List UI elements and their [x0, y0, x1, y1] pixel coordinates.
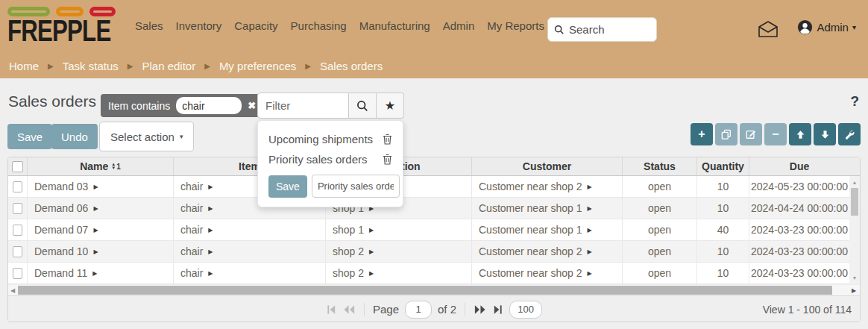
trash-icon[interactable] [383, 154, 392, 165]
column-header-status[interactable]: Status [623, 157, 697, 175]
vertical-scroll-thumb[interactable] [851, 188, 858, 216]
nav-inventory[interactable]: Inventory [176, 19, 222, 32]
column-header-customer[interactable]: Customer [472, 157, 623, 175]
drilldown-caret-icon[interactable]: ▶ [588, 270, 592, 277]
scroll-up-icon[interactable]: ▲ [849, 180, 860, 185]
last-page-button[interactable] [492, 304, 503, 315]
demand-name-link[interactable]: Demand 11 [34, 267, 87, 279]
scroll-left-icon[interactable]: ◀ [8, 285, 17, 296]
drilldown-caret-icon[interactable]: ▶ [588, 248, 592, 255]
add-row-button[interactable]: + [691, 123, 713, 145]
scroll-down-icon[interactable]: ▼ [849, 275, 860, 281]
breadcrumb-plan-editor[interactable]: Plan editor [142, 60, 195, 72]
vertical-scrollbar[interactable]: ▲ ▼ [849, 176, 860, 284]
location-link[interactable]: shop 2 [333, 267, 364, 279]
drilldown-caret-icon[interactable]: ▶ [93, 184, 98, 190]
frepple-logo[interactable]: FREPPLE [7, 6, 139, 46]
customer-link[interactable]: Customer near shop 1 [479, 202, 582, 214]
demand-name-link[interactable]: Demand 03 [34, 181, 88, 192]
drilldown-caret-icon[interactable]: ▶ [369, 227, 374, 234]
row-checkbox[interactable] [13, 246, 22, 257]
column-header-due[interactable]: Due [749, 157, 849, 175]
settings-wrench-button[interactable] [838, 123, 861, 145]
demand-name-link[interactable]: Demand 07 [34, 224, 88, 236]
column-header-name[interactable]: Name ▲▼ 1 [28, 157, 174, 175]
save-filter-button[interactable]: Save [268, 175, 307, 198]
move-up-button[interactable] [789, 123, 811, 145]
row-checkbox[interactable] [13, 268, 22, 279]
remove-filter-icon[interactable]: ✖ [248, 100, 256, 111]
customer-link[interactable]: Customer near shop 2 [479, 245, 582, 257]
breadcrumb-my-preferences[interactable]: My preferences [219, 60, 296, 72]
drilldown-caret-icon[interactable]: ▶ [369, 270, 374, 277]
filter-name-input[interactable] [312, 175, 400, 198]
customer-link[interactable]: Customer near shop 2 [479, 181, 582, 192]
breadcrumb-task-status[interactable]: Task status [63, 60, 119, 72]
nav-sales[interactable]: Sales [135, 19, 163, 32]
save-button[interactable]: Save [7, 124, 52, 149]
trash-icon[interactable] [383, 134, 392, 145]
horizontal-scrollbar[interactable]: ◀ ▶ [8, 284, 860, 295]
drilldown-caret-icon[interactable]: ▶ [208, 248, 213, 255]
drilldown-caret-icon[interactable]: ▶ [369, 248, 374, 255]
row-checkbox[interactable] [13, 203, 22, 214]
undo-button[interactable]: Undo [51, 124, 98, 149]
breadcrumb-separator-icon: ▶ [48, 62, 54, 70]
drilldown-caret-icon[interactable]: ▶ [588, 184, 592, 190]
drilldown-caret-icon[interactable]: ▶ [588, 205, 592, 212]
demand-name-link[interactable]: Demand 10 [34, 245, 88, 257]
customer-link[interactable]: Customer near shop 1 [479, 224, 582, 236]
previous-page-button[interactable] [343, 304, 356, 315]
drilldown-caret-icon[interactable]: ▶ [208, 270, 213, 277]
breadcrumb-home[interactable]: Home [9, 60, 39, 72]
location-link[interactable]: shop 1 [333, 224, 364, 236]
drilldown-caret-icon[interactable]: ▶ [208, 184, 213, 190]
filter-search-button[interactable] [349, 93, 377, 119]
item-link[interactable]: chair [180, 224, 203, 236]
nav-manufacturing[interactable]: Manufacturing [359, 19, 430, 32]
nav-admin[interactable]: Admin [443, 19, 475, 32]
first-page-button[interactable] [326, 304, 337, 315]
demand-name-link[interactable]: Demand 06 [34, 202, 88, 214]
item-link[interactable]: chair [180, 181, 203, 192]
item-link[interactable]: chair [180, 245, 203, 257]
user-menu[interactable]: Admin ▾ [797, 19, 856, 35]
drilldown-caret-icon[interactable]: ▶ [208, 227, 213, 234]
breadcrumb-sales-orders[interactable]: Sales orders [320, 60, 383, 72]
drilldown-caret-icon[interactable]: ▶ [208, 205, 213, 212]
nav-my-reports[interactable]: My Reports [487, 19, 544, 32]
item-link[interactable]: chair [180, 202, 203, 214]
horizontal-scroll-thumb[interactable] [18, 286, 832, 295]
location-link[interactable]: shop 2 [333, 245, 364, 257]
item-link[interactable]: chair [180, 267, 203, 279]
page-size-input[interactable] [509, 301, 542, 319]
delete-rows-button[interactable]: − [764, 123, 787, 145]
next-page-button[interactable] [474, 304, 486, 315]
drilldown-caret-icon[interactable]: ▶ [93, 227, 98, 234]
copy-rows-button[interactable] [715, 123, 738, 145]
filter-input[interactable] [257, 93, 349, 119]
nav-purchasing[interactable]: Purchasing [291, 19, 347, 32]
drilldown-caret-icon[interactable]: ▶ [588, 227, 592, 234]
favorite-filter-button[interactable]: ★ [377, 93, 404, 119]
drilldown-caret-icon[interactable]: ▶ [93, 248, 98, 255]
saved-filter-priority-sales-orders[interactable]: Priority sales orders [268, 153, 368, 166]
scroll-right-icon[interactable]: ▶ [849, 285, 858, 296]
messages-icon[interactable] [758, 20, 779, 38]
edit-rows-button[interactable] [740, 123, 762, 145]
nav-capacity[interactable]: Capacity [234, 19, 277, 32]
page-number-input[interactable] [405, 301, 432, 319]
drilldown-caret-icon[interactable]: ▶ [92, 270, 97, 277]
move-down-button[interactable] [814, 123, 836, 145]
item-filter-input[interactable] [176, 97, 242, 114]
row-checkbox[interactable] [13, 181, 22, 192]
drilldown-caret-icon[interactable]: ▶ [93, 205, 98, 212]
select-all-checkbox[interactable] [12, 161, 23, 172]
saved-filter-upcoming-shipments[interactable]: Upcoming shipments [268, 133, 373, 145]
help-icon[interactable]: ? [850, 93, 859, 110]
row-checkbox[interactable] [13, 225, 22, 236]
column-header-quantity[interactable]: Quantity [697, 157, 749, 175]
search-input[interactable] [569, 23, 650, 36]
customer-link[interactable]: Customer near shop 2 [479, 267, 582, 279]
select-action-dropdown[interactable]: Select action ▾ [99, 122, 194, 151]
